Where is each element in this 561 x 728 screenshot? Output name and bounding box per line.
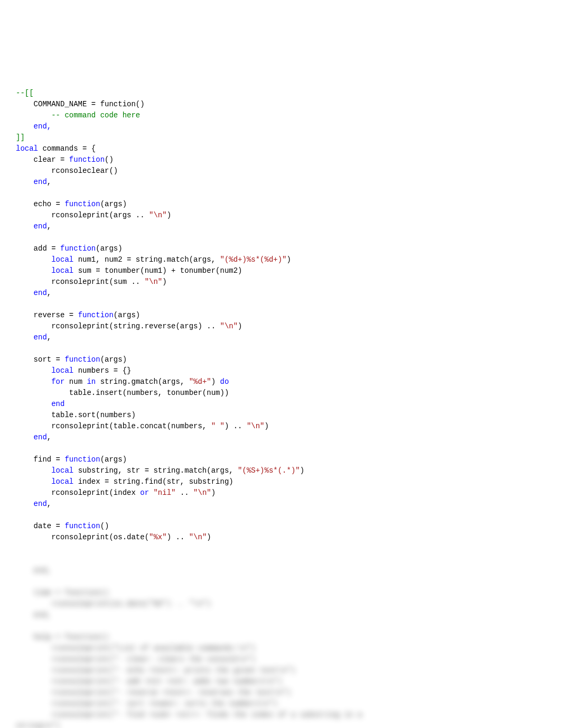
code-line-blurred: end, — [16, 610, 545, 621]
code-line: rconsoleprint(string.reverse(args) .. "\… — [16, 321, 545, 332]
code-line-blurred: rconsoleprint("- clear: clears the conso… — [16, 654, 545, 665]
code-line — [16, 343, 545, 354]
code-line-blurred: string\n") — [16, 721, 545, 728]
code-line: rconsoleclear() — [16, 165, 545, 177]
code-line: table.sort(numbers) — [16, 410, 545, 421]
code-line: end, — [16, 121, 545, 132]
blurred-code-section: end, time = function() rconsoleprint(os.… — [16, 565, 545, 728]
code-line: add = function(args) — [16, 243, 545, 254]
code-line: COMMAND_NAME = function() — [16, 99, 545, 110]
code-line: local substring, str = string.match(args… — [16, 465, 545, 476]
code-line-blurred — [16, 621, 545, 632]
code-line-blurred: end, — [16, 565, 545, 576]
code-line: ]] — [16, 132, 545, 143]
code-line-blurred: rconsoleprint("- add <n1> <n2>: adds two… — [16, 676, 545, 687]
code-line-blurred: help = function() — [16, 632, 545, 643]
code-line: local commands = { — [16, 143, 545, 154]
visible-code-section: --[[ COMMAND_NAME = function() -- comman… — [16, 88, 545, 543]
code-line: --[[ — [16, 88, 545, 99]
code-line: rconsoleprint(sum .. "\n") — [16, 277, 545, 288]
code-line-blurred — [16, 576, 545, 587]
code-line: end, — [16, 221, 545, 232]
code-line — [16, 232, 545, 243]
code-line: table.insert(numbers, tonumber(num)) — [16, 388, 545, 399]
code-line: clear = function() — [16, 154, 545, 165]
code-line-blurred: rconsoleprint("List of available command… — [16, 643, 545, 654]
code-line: for num in string.gmatch(args, "%d+") do — [16, 376, 545, 388]
code-line-blurred: time = function() — [16, 587, 545, 598]
code-line-blurred: rconsoleprint(os.date("%X") .. "\n") — [16, 598, 545, 610]
code-line: end, — [16, 499, 545, 510]
code-line: end, — [16, 332, 545, 343]
code-line: find = function(args) — [16, 454, 545, 465]
code-line: reverse = function(args) — [16, 310, 545, 321]
code-line: local sum = tonumber(num1) + tonumber(nu… — [16, 265, 545, 277]
code-line-blurred: rconsoleprint("- sort <nums>: sorts the … — [16, 698, 545, 709]
code-line: rconsoleprint(args .. "\n") — [16, 210, 545, 221]
code-line-blurred: rconsoleprint("- find <sub> <str>: finds… — [16, 709, 545, 721]
code-line: sort = function(args) — [16, 354, 545, 365]
code-line: -- command code here — [16, 110, 545, 121]
code-line — [16, 299, 545, 310]
code-document: --[[ COMMAND_NAME = function() -- comman… — [16, 66, 545, 728]
code-line: rconsoleprint(table.concat(numbers, " ")… — [16, 421, 545, 432]
code-line — [16, 188, 545, 199]
code-line: end, — [16, 432, 545, 443]
code-line: end, — [16, 288, 545, 299]
code-line: end, — [16, 177, 545, 188]
code-line: local index = string.find(str, substring… — [16, 476, 545, 487]
code-line — [16, 510, 545, 521]
code-line: end — [16, 399, 545, 410]
code-line: local num1, num2 = string.match(args, "(… — [16, 254, 545, 265]
code-line: rconsoleprint(os.date("%x") .. "\n") — [16, 532, 545, 543]
code-line: date = function() — [16, 521, 545, 532]
code-line: echo = function(args) — [16, 199, 545, 210]
code-line — [16, 443, 545, 454]
code-line: local numbers = {} — [16, 365, 545, 376]
code-line: rconsoleprint(index or "nil" .. "\n") — [16, 487, 545, 499]
code-line-blurred: rconsoleprint("- echo <text>: prints the… — [16, 665, 545, 676]
code-line-blurred: rconsoleprint("- reverse <text>: reverse… — [16, 687, 545, 698]
